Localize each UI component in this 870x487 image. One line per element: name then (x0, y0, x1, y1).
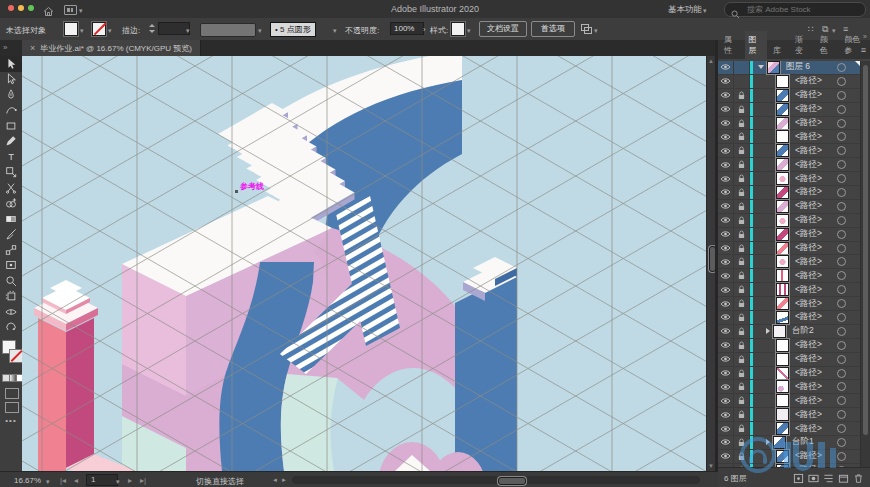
pen-tool[interactable] (0, 87, 22, 103)
close-tab-icon[interactable]: × (30, 43, 35, 53)
layer-name[interactable]: 台阶2 (792, 325, 814, 337)
lock-toggle-icon[interactable] (734, 380, 750, 393)
path-row[interactable]: <路径> (718, 228, 870, 242)
visibility-toggle-icon[interactable] (718, 325, 734, 338)
hscroll-thumb[interactable] (498, 477, 526, 485)
lock-toggle-icon[interactable] (734, 130, 750, 143)
opacity-field[interactable]: 100% (390, 22, 424, 35)
layer-target-icon[interactable] (837, 410, 846, 419)
stroke-weight-stepper[interactable] (148, 23, 155, 34)
stroke-color-swatch[interactable] (92, 22, 106, 36)
lock-toggle-icon[interactable] (734, 61, 750, 74)
lock-toggle-icon[interactable] (734, 422, 750, 435)
hscroll-right-icon[interactable]: ► (281, 477, 287, 483)
lock-toggle-icon[interactable] (734, 353, 750, 366)
layer-thumbnail[interactable] (776, 144, 789, 157)
path-row[interactable]: <路径> (718, 380, 870, 394)
layer-name[interactable]: 图层 6 (786, 61, 810, 73)
draw-mode-button[interactable] (5, 388, 19, 399)
symbol-sprayer-tool[interactable] (0, 258, 22, 274)
lock-toggle-icon[interactable] (734, 269, 750, 282)
visibility-toggle-icon[interactable] (718, 172, 734, 185)
layer-name[interactable]: <路径> (795, 75, 822, 87)
visibility-toggle-icon[interactable] (718, 408, 734, 421)
path-row[interactable]: <路径> (718, 283, 870, 297)
layer-target-icon[interactable] (837, 119, 846, 128)
layer-thumbnail[interactable] (776, 214, 789, 227)
visibility-toggle-icon[interactable] (718, 228, 734, 241)
layer-name[interactable]: <路径> (795, 173, 822, 185)
layer-name[interactable]: <路径> (795, 159, 822, 171)
preferences-button[interactable]: 首选项 (531, 21, 575, 37)
path-row[interactable]: <路径> (718, 311, 870, 325)
visibility-toggle-icon[interactable] (718, 255, 734, 268)
gradient-tool[interactable] (0, 211, 22, 227)
layer-thumbnail[interactable] (776, 283, 789, 296)
layer-thumbnail[interactable] (776, 158, 789, 171)
lock-toggle-icon[interactable] (734, 172, 750, 185)
path-row[interactable]: <路径> (718, 255, 870, 269)
visibility-toggle-icon[interactable] (718, 75, 734, 88)
visibility-toggle-icon[interactable] (718, 144, 734, 157)
delete-layer-icon[interactable] (851, 471, 866, 485)
chevron-down-icon[interactable]: ▾ (80, 27, 84, 34)
zoom-tool[interactable] (0, 273, 22, 289)
panel-tab-库[interactable]: 库 (769, 42, 785, 59)
zoom-level[interactable]: 16.67% (14, 476, 41, 485)
layer-name[interactable]: <路径> (795, 367, 822, 379)
lock-toggle-icon[interactable] (734, 144, 750, 157)
visibility-toggle-icon[interactable] (718, 89, 734, 102)
layer-target-icon[interactable] (837, 132, 846, 141)
group-row[interactable]: 台阶1 (718, 436, 870, 450)
layer-target-icon[interactable] (837, 271, 846, 280)
layer-name[interactable]: <路径> (795, 284, 822, 296)
layer-thumbnail[interactable] (767, 61, 780, 74)
layer-target-icon[interactable] (837, 382, 846, 391)
make-mask-icon[interactable] (806, 471, 821, 485)
path-row[interactable]: <路径> (718, 200, 870, 214)
visibility-toggle-icon[interactable] (718, 269, 734, 282)
width-tool[interactable] (0, 304, 22, 320)
layer-target-icon[interactable] (837, 63, 846, 72)
layer-thumbnail[interactable] (776, 255, 789, 268)
visibility-toggle-icon[interactable] (718, 103, 734, 116)
chevron-down-icon[interactable]: ▾ (46, 478, 50, 485)
path-row[interactable]: <路径> (718, 339, 870, 353)
canvas[interactable]: 参考线 (22, 56, 706, 471)
layer-name[interactable]: <路径> (795, 242, 822, 254)
layer-target-icon[interactable] (837, 91, 846, 100)
chevron-down-icon[interactable]: ▾ (594, 27, 598, 34)
layer-thumbnail[interactable] (776, 269, 789, 282)
layer-target-icon[interactable] (837, 438, 846, 447)
layer-target-icon[interactable] (837, 160, 846, 169)
layer-thumbnail[interactable] (776, 75, 789, 88)
group-row[interactable]: 台阶2 (718, 325, 870, 339)
lock-toggle-icon[interactable] (734, 408, 750, 421)
lock-toggle-icon[interactable] (734, 89, 750, 102)
layer-name[interactable]: <路径> (795, 89, 822, 101)
path-row[interactable]: <路径> (718, 367, 870, 381)
chevron-down-icon[interactable]: ▾ (186, 27, 190, 34)
opacity-more-arrow[interactable]: › (423, 25, 426, 34)
width-profile-dropdown[interactable] (200, 23, 256, 37)
layer-name[interactable]: <路径> (795, 200, 822, 212)
layer-thumbnail[interactable] (776, 450, 789, 463)
path-row[interactable]: <路径> (718, 117, 870, 131)
layer-name[interactable]: <路径> (795, 450, 822, 462)
new-sublayer-icon[interactable] (821, 471, 836, 485)
layer-thumbnail[interactable] (776, 297, 789, 310)
document-tab[interactable]: × 毕业作业.ai* @ 16.67% (CMYK/GPU 预览) (22, 40, 201, 56)
layer-target-icon[interactable] (837, 188, 846, 197)
layer-name[interactable]: <路径> (795, 311, 822, 323)
layer-thumbnail[interactable] (776, 311, 789, 324)
layer-name[interactable]: <路径> (795, 423, 822, 435)
lock-toggle-icon[interactable] (734, 367, 750, 380)
layer-target-icon[interactable] (837, 174, 846, 183)
brush-definition-dropdown[interactable]: • 5 点圆形 (270, 22, 316, 37)
layer-thumbnail[interactable] (776, 103, 789, 116)
lock-toggle-icon[interactable] (734, 103, 750, 116)
stroke-proxy[interactable] (9, 349, 23, 363)
layer-thumbnail[interactable] (776, 242, 789, 255)
last-artboard-icon[interactable]: ▸| (140, 476, 146, 485)
layer-thumbnail[interactable] (776, 380, 789, 393)
